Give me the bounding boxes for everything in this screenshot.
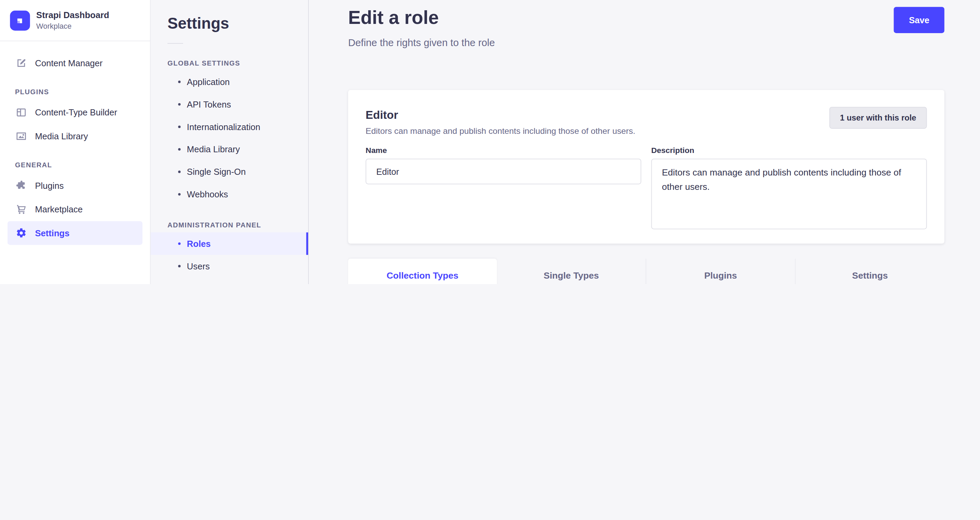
settings-nav-item-internationalization[interactable]: Internationalization xyxy=(151,115,308,138)
sidebar-item-media-library[interactable]: Media Library xyxy=(8,124,142,148)
strapi-admin-app: Strapi Dashboard Workplace Content Manag… xyxy=(0,0,980,284)
workspace-switcher[interactable]: Strapi Dashboard Workplace xyxy=(0,0,150,41)
page-subtitle: Define the rights given to the role xyxy=(348,36,945,50)
sidebar-item-content-type-builder[interactable]: Content-Type Builder xyxy=(8,101,142,125)
save-button[interactable]: Save xyxy=(894,7,945,33)
bullet-icon xyxy=(178,148,180,151)
tab-collection-types[interactable]: Collection Types xyxy=(348,258,497,284)
bullet-icon xyxy=(178,126,180,128)
role-form: Name Description Editors can manage and … xyxy=(366,146,927,232)
bullet-icon xyxy=(178,103,180,105)
settings-nav-item-users[interactable]: Users xyxy=(151,255,308,278)
sidebar-item-label: Media Library xyxy=(35,131,88,141)
sidebar-item-content-manager[interactable]: Content Manager xyxy=(8,51,142,75)
settings-section-label: GLOBAL SETTINGS xyxy=(167,59,308,67)
plugins-icon xyxy=(15,179,28,192)
settings-nav-item-roles[interactable]: Roles xyxy=(151,232,308,255)
nav-section-label: GENERAL xyxy=(15,161,142,169)
sidebar-item-label: Plugins xyxy=(35,181,64,191)
sidebar-item-label: Content Manager xyxy=(35,58,102,68)
tab-single-types[interactable]: Single Types xyxy=(497,258,646,284)
settings-section-label: ADMINISTRATION PANEL xyxy=(167,221,308,229)
role-description-textarea[interactable]: Editors can manage and publish contents … xyxy=(651,159,927,229)
permissions-tabs: Collection TypesSingle TypesPluginsSetti… xyxy=(348,258,945,284)
bullet-icon xyxy=(178,81,180,83)
settings-nav-item-label: Users xyxy=(187,261,210,271)
settings-nav-item-media-library[interactable]: Media Library xyxy=(151,138,308,161)
settings-sidebar-title: Settings xyxy=(167,16,308,32)
sidebar-item-marketplace[interactable]: Marketplace xyxy=(8,197,142,221)
content-manager-icon xyxy=(15,57,28,70)
sidebar-item-label: Content-Type Builder xyxy=(35,108,117,118)
sidebar-item-plugins[interactable]: Plugins xyxy=(8,174,142,198)
settings-nav-item-label: API Tokens xyxy=(187,99,231,109)
main-sidebar: Strapi Dashboard Workplace Content Manag… xyxy=(0,0,151,284)
tab-plugins[interactable]: Plugins xyxy=(646,258,795,284)
gear-icon xyxy=(15,227,28,239)
role-details-card: Editor Editors can manage and publish co… xyxy=(348,90,945,243)
workspace-title: Strapi Dashboard xyxy=(36,10,109,21)
settings-nav-item-label: Application xyxy=(187,77,229,87)
divider xyxy=(167,43,183,44)
settings-nav-item-label: Single Sign-On xyxy=(187,167,246,177)
permissions-card: Collection TypesSingle TypesPluginsSetti… xyxy=(348,258,945,284)
marketplace-icon xyxy=(15,203,28,216)
strapi-logo-icon xyxy=(10,11,30,31)
sidebar-item-settings[interactable]: Settings xyxy=(8,221,142,245)
page-header: Edit a role Save xyxy=(348,0,945,33)
content-type-builder-icon xyxy=(15,106,28,119)
settings-nav-item-label: Roles xyxy=(187,239,211,248)
name-field-label: Name xyxy=(366,146,641,155)
main-content: Edit a role Save Define the rights given… xyxy=(309,0,980,284)
page-title: Edit a role xyxy=(348,5,439,29)
settings-nav: GLOBAL SETTINGSApplicationAPI TokensInte… xyxy=(151,59,308,284)
bullet-icon xyxy=(178,265,180,267)
settings-nav-item-webhooks[interactable]: Webhooks xyxy=(151,183,308,205)
tab-settings[interactable]: Settings xyxy=(795,258,944,284)
settings-nav-item-single-sign-on[interactable]: Single Sign-On xyxy=(151,161,308,183)
bullet-icon xyxy=(178,193,180,195)
sidebar-item-label: Marketplace xyxy=(35,204,83,214)
nav-section-label: PLUGINS xyxy=(15,88,142,95)
bullet-icon xyxy=(178,242,180,245)
media-library-icon xyxy=(15,130,28,143)
settings-nav-item-application[interactable]: Application xyxy=(151,71,308,93)
settings-nav-item-label: Media Library xyxy=(187,145,240,154)
settings-nav-item-api-tokens[interactable]: API Tokens xyxy=(151,93,308,116)
role-name-input[interactable] xyxy=(366,159,641,184)
bullet-icon xyxy=(178,171,180,173)
users-with-role-button[interactable]: 1 user with this role xyxy=(829,107,927,129)
workspace-subtitle: Workplace xyxy=(36,21,109,31)
settings-sidebar: Settings GLOBAL SETTINGSApplicationAPI T… xyxy=(151,0,309,284)
sidebar-item-label: Settings xyxy=(35,228,69,238)
settings-nav-item-label: Webhooks xyxy=(187,189,228,199)
main-nav: Content ManagerPLUGINSContent-Type Build… xyxy=(0,41,150,284)
settings-nav-item-label: Internationalization xyxy=(187,122,260,132)
description-field-label: Description xyxy=(651,146,927,155)
